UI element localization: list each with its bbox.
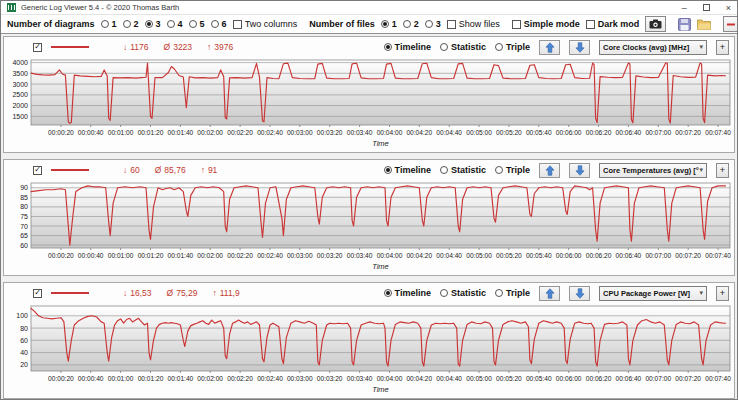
radio-icon [440, 166, 448, 174]
svg-text:00:00:20: 00:00:20 [48, 252, 74, 259]
diagram-panels: ✓ ↓1176 Ø3223 ↑3976 Timeline Statistic T… [1, 34, 737, 400]
svg-text:00:04:00: 00:04:00 [377, 129, 403, 136]
move-down-button[interactable] [569, 40, 590, 55]
statistic-radio[interactable]: Statistic [440, 42, 486, 52]
svg-text:80: 80 [20, 325, 28, 332]
two-columns-checkbox[interactable]: Two columns [233, 19, 298, 29]
series-color-sample [51, 169, 89, 171]
avg-value: 85,76 [164, 165, 185, 175]
arrow-up-icon [545, 42, 555, 53]
svg-text:00:06:00: 00:06:00 [556, 252, 582, 259]
radio-selected-icon [384, 43, 392, 51]
move-up-button[interactable] [539, 163, 560, 178]
svg-text:70: 70 [20, 223, 28, 230]
svg-text:00:04:00: 00:04:00 [377, 375, 403, 382]
diagrams-radio-4[interactable]: 4 [167, 19, 183, 29]
min-icon: ↓ [123, 165, 127, 175]
move-down-button[interactable] [569, 286, 590, 301]
dark-mode-checkbox[interactable]: Dark mod [586, 19, 640, 29]
svg-text:Time: Time [372, 139, 389, 148]
move-down-button[interactable] [569, 163, 590, 178]
radio-icon [167, 20, 175, 28]
show-files-checkbox[interactable]: Show files [447, 19, 500, 29]
timeline-chart-cpu-package-power: 2040608010000:00:2000:00:4000:01:0000:01… [4, 303, 736, 397]
series-color-sample [51, 46, 89, 48]
timeline-radio[interactable]: Timeline [384, 165, 431, 175]
files-radio-1[interactable]: 1 [381, 19, 397, 29]
svg-text:00:02:20: 00:02:20 [227, 252, 253, 259]
radio-icon [211, 20, 219, 28]
timeline-radio[interactable]: Timeline [384, 42, 431, 52]
svg-text:00:02:40: 00:02:40 [257, 252, 283, 259]
svg-text:00:05:40: 00:05:40 [526, 129, 552, 136]
svg-text:3500: 3500 [12, 70, 28, 77]
diagrams-radio-1[interactable]: 1 [101, 19, 117, 29]
save-button[interactable] [678, 18, 691, 31]
svg-text:00:00:40: 00:00:40 [78, 252, 104, 259]
statistic-radio[interactable]: Statistic [440, 288, 486, 298]
svg-text:00:07:20: 00:07:20 [675, 252, 701, 259]
timeline-radio[interactable]: Timeline [384, 288, 431, 298]
triple-radio[interactable]: Triple [495, 288, 530, 298]
svg-text:00:02:00: 00:02:00 [197, 129, 223, 136]
max-value: 3976 [214, 42, 233, 52]
svg-text:00:06:40: 00:06:40 [616, 129, 642, 136]
diagrams-radio-2[interactable]: 2 [123, 19, 139, 29]
diagrams-radio-6[interactable]: 6 [211, 19, 227, 29]
triple-radio[interactable]: Triple [495, 42, 530, 52]
series-visible-checkbox[interactable]: ✓ [33, 166, 42, 175]
metric-select[interactable]: Core Temperatures (avg) [°C]▾ [599, 163, 707, 178]
move-up-button[interactable] [539, 40, 560, 55]
diagram-panel-core-temperatures: ✓ ↓60 Ø85,76 ↑91 Timeline Statistic Trip… [3, 159, 735, 276]
move-up-button[interactable] [539, 286, 560, 301]
svg-text:00:01:40: 00:01:40 [168, 129, 194, 136]
svg-text:00:01:40: 00:01:40 [168, 375, 194, 382]
files-radio-2[interactable]: 2 [403, 19, 419, 29]
panel-header: ✓ ↓60 Ø85,76 ↑91 Timeline Statistic Trip… [4, 160, 734, 180]
files-radio-3[interactable]: 3 [425, 19, 441, 29]
add-metric-button[interactable]: + [716, 163, 729, 178]
checkbox-icon [233, 20, 242, 29]
svg-text:00:03:20: 00:03:20 [317, 129, 343, 136]
svg-text:00:05:00: 00:05:00 [466, 375, 492, 382]
reset-zoom-button[interactable] [723, 16, 738, 32]
series-color-sample [51, 292, 89, 294]
metric-select[interactable]: CPU Package Power [W]▾ [599, 286, 707, 301]
camera-icon [649, 19, 662, 29]
close-icon[interactable]: × [726, 3, 731, 13]
svg-text:00:05:20: 00:05:20 [496, 129, 522, 136]
max-value: 111,9 [220, 288, 240, 298]
toolbar: Number of diagrams 1 2 3 4 5 6 Two colum… [1, 15, 737, 34]
svg-text:00:03:40: 00:03:40 [347, 375, 373, 382]
diagrams-radio-5[interactable]: 5 [189, 19, 205, 29]
svg-text:00:04:00: 00:04:00 [377, 252, 403, 259]
radio-icon [495, 289, 503, 297]
min-value: 60 [130, 165, 139, 175]
diagrams-radio-3[interactable]: 3 [145, 19, 161, 29]
svg-text:20: 20 [20, 361, 28, 368]
panel-header: ✓ ↓1176 Ø3223 ↑3976 Timeline Statistic T… [4, 37, 734, 57]
svg-text:00:01:20: 00:01:20 [138, 375, 164, 382]
arrow-up-icon [545, 165, 555, 176]
chevron-down-icon: ▾ [699, 166, 703, 174]
svg-text:00:01:00: 00:01:00 [108, 129, 134, 136]
screenshot-button[interactable] [645, 16, 666, 32]
max-icon: ↑ [207, 42, 211, 52]
series-visible-checkbox[interactable]: ✓ [33, 43, 42, 52]
add-metric-button[interactable]: + [716, 286, 729, 301]
statistic-radio[interactable]: Statistic [440, 165, 486, 175]
max-icon: ↑ [201, 165, 205, 175]
simple-mode-checkbox[interactable]: Simple mode [512, 19, 580, 29]
add-metric-button[interactable]: + [716, 40, 729, 55]
avg-value: 3223 [173, 42, 192, 52]
svg-text:90: 90 [20, 184, 28, 191]
svg-text:00:03:00: 00:03:00 [287, 375, 313, 382]
triple-radio[interactable]: Triple [495, 165, 530, 175]
svg-text:4000: 4000 [12, 59, 28, 66]
minimize-icon[interactable]: – [682, 3, 687, 13]
open-folder-button[interactable] [697, 18, 711, 30]
series-visible-checkbox[interactable]: ✓ [33, 289, 42, 298]
svg-text:00:02:20: 00:02:20 [227, 375, 253, 382]
maximize-icon[interactable] [703, 4, 710, 11]
metric-select[interactable]: Core Clocks (avg) [MHz]▾ [599, 40, 707, 55]
